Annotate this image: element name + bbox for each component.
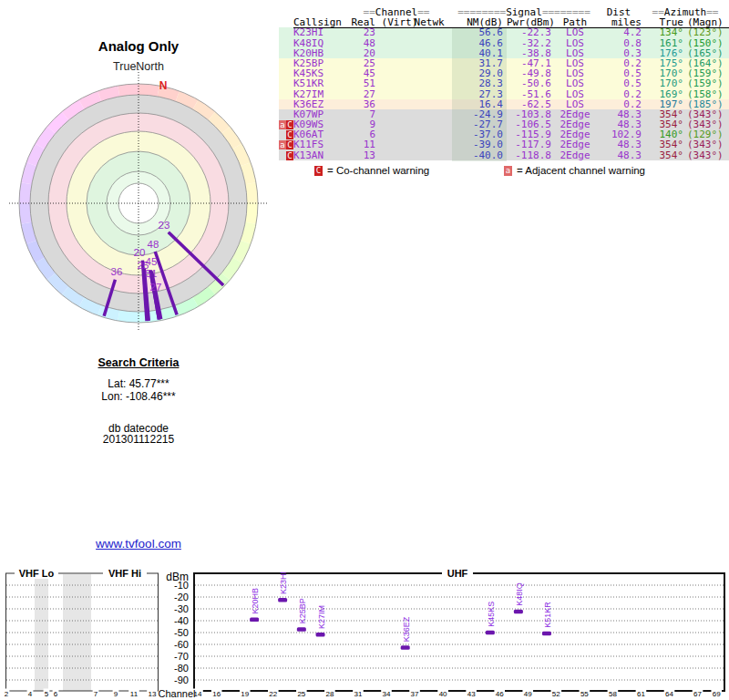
warning-markers: C bbox=[279, 129, 293, 139]
band-title-vhf-hi: VHF Hi bbox=[108, 568, 141, 579]
tvfool-link-wrap: www.tvfool.com bbox=[47, 537, 230, 551]
cell-network bbox=[408, 78, 452, 88]
cell-network bbox=[408, 139, 452, 149]
x-tick-label: 9 bbox=[114, 690, 118, 698]
uhf-panel-frame bbox=[194, 573, 724, 691]
warning-markers: aC bbox=[279, 119, 293, 129]
x-tick-label: 28 bbox=[325, 690, 334, 698]
cell-real-channel: 23 bbox=[346, 27, 375, 37]
station-marker bbox=[297, 627, 306, 632]
cell-virt-channel bbox=[375, 27, 408, 37]
cell-power-dbm: -118.8 bbox=[507, 150, 554, 160]
legend-adjacent-channel-text: = Adjacent channel warning bbox=[517, 165, 645, 176]
x-tick-label: 46 bbox=[496, 690, 504, 698]
cell-azimuth-magnetic: (158°) bbox=[683, 89, 729, 99]
cell-azimuth-magnetic: (159°) bbox=[683, 78, 729, 88]
x-tick-label: 22 bbox=[269, 690, 277, 698]
x-tick-label: 25 bbox=[297, 690, 305, 698]
col-header-virt: (Virt) bbox=[375, 17, 408, 27]
compass-north-marker: N bbox=[159, 79, 168, 92]
cell-callsign: K27IM bbox=[293, 89, 346, 99]
cell-virt-channel bbox=[375, 78, 408, 88]
warning-markers bbox=[279, 48, 293, 58]
cell-virt-channel bbox=[375, 129, 408, 139]
cell-azimuth-magnetic: (123°) bbox=[683, 27, 729, 37]
cell-path: LOS bbox=[554, 78, 596, 88]
group-header-text: Signal bbox=[506, 6, 542, 18]
cell-network bbox=[408, 109, 452, 119]
station-marker bbox=[401, 645, 410, 650]
co-channel-warning-icon: C bbox=[286, 151, 293, 160]
cell-callsign: K23HI bbox=[293, 27, 346, 37]
group-header-text: == bbox=[364, 6, 375, 18]
table-group-header: ==Channel==========Signal========Dist==A… bbox=[279, 7, 729, 17]
y-tick-label: -70 bbox=[174, 651, 189, 662]
dist-group-header: Dist bbox=[596, 7, 642, 17]
x-tick-label: 55 bbox=[580, 690, 589, 698]
warning-markers bbox=[279, 38, 293, 48]
band-title-vhf-lo: VHF Lo bbox=[19, 568, 55, 579]
tvfool-report-page: Analog Only TrueNorth N2348202545512736 … bbox=[0, 0, 729, 700]
cell-path: 2Edge bbox=[554, 139, 596, 149]
group-header-text: == bbox=[652, 6, 664, 18]
cell-path: LOS bbox=[554, 27, 596, 37]
channel-group-header: ==Channel== bbox=[355, 7, 437, 17]
x-tick-label: 16 bbox=[212, 690, 221, 698]
db-datecode-value: 201301112215 bbox=[36, 433, 241, 446]
adjacent-channel-warning-icon: a bbox=[279, 140, 286, 149]
x-tick-label: 58 bbox=[609, 690, 617, 698]
cell-callsign: K13AN bbox=[293, 150, 346, 160]
spoke-channel-label: 48 bbox=[148, 239, 159, 250]
cell-network bbox=[408, 38, 452, 48]
warning-markers bbox=[279, 109, 293, 119]
cell-virt-channel bbox=[375, 38, 408, 48]
station-callsign-label: K48IQ bbox=[515, 582, 524, 606]
group-header-text: == bbox=[706, 6, 718, 18]
cell-callsign: K11FS bbox=[293, 139, 346, 149]
cell-virt-channel bbox=[375, 58, 408, 68]
cell-network bbox=[408, 27, 452, 37]
cell-distance-miles: 0.2 bbox=[596, 89, 642, 99]
y-tick-label: -90 bbox=[174, 674, 189, 685]
cell-network bbox=[408, 119, 452, 129]
cell-path: LOS bbox=[554, 89, 596, 99]
cell-power-dbm: -50.6 bbox=[507, 78, 554, 88]
cell-virt-channel bbox=[375, 109, 408, 119]
spoke-channel-label: 27 bbox=[150, 282, 162, 293]
cell-power-dbm: -117.9 bbox=[507, 139, 554, 149]
group-header-text: Channel bbox=[375, 6, 417, 18]
x-tick-label: 64 bbox=[665, 690, 673, 698]
cell-power-dbm: -22.3 bbox=[507, 27, 554, 37]
marker-col-header bbox=[279, 17, 293, 27]
x-tick-label: 69 bbox=[713, 690, 721, 698]
cell-virt-channel bbox=[375, 139, 408, 149]
cell-virt-channel bbox=[375, 99, 408, 109]
polar-plot-title: Analog Only bbox=[55, 38, 222, 54]
polar-radar-plot: N2348202545512736 bbox=[0, 55, 282, 339]
cell-network bbox=[408, 89, 452, 99]
x-tick-label: 43 bbox=[467, 690, 476, 698]
station-marker bbox=[278, 598, 287, 602]
group-header-text: == bbox=[417, 6, 429, 18]
warning-markers bbox=[279, 78, 293, 88]
cell-virt-channel bbox=[375, 89, 408, 99]
co-channel-warning-icon: C bbox=[286, 130, 293, 139]
station-callsign-label: K23HI bbox=[279, 571, 288, 594]
station-marker bbox=[514, 610, 523, 614]
x-tick-label: 11 bbox=[130, 690, 139, 698]
band-title-uhf: UHF bbox=[447, 568, 468, 579]
x-tick-label: 67 bbox=[693, 690, 702, 698]
x-tick-label: 7 bbox=[94, 690, 98, 698]
cell-callsign: K51KR bbox=[293, 78, 346, 88]
station-callsign-label: K51KR bbox=[543, 602, 552, 628]
station-callsign-label: K25BP bbox=[298, 598, 307, 623]
tvfool-link[interactable]: www.tvfool.com bbox=[96, 537, 181, 551]
cell-path: 2Edge bbox=[554, 150, 596, 160]
station-callsign-label: K36EZ bbox=[402, 616, 411, 642]
adjacent-channel-warning-icon: a bbox=[279, 120, 286, 129]
y-tick-label: -30 bbox=[174, 603, 189, 614]
x-tick-label: 61 bbox=[637, 690, 645, 698]
cell-real-channel: 51 bbox=[346, 78, 375, 88]
cell-virt-channel bbox=[375, 68, 408, 78]
warning-markers: aC bbox=[279, 139, 293, 149]
